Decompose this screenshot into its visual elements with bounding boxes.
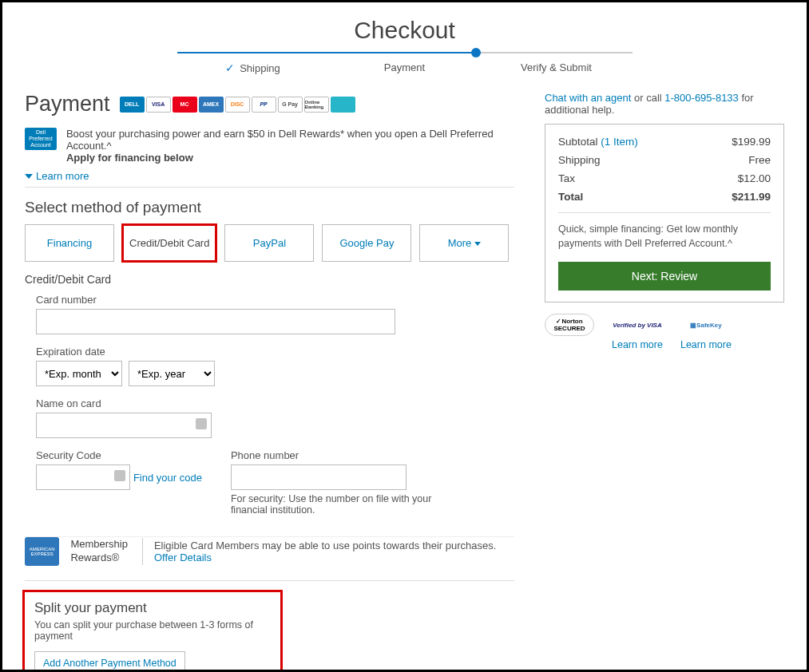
visa-icon: VISA: [146, 97, 171, 113]
exp-year-select[interactable]: *Exp. year: [129, 361, 215, 386]
subtotal-label: Subtotal: [558, 136, 601, 148]
step-shipping[interactable]: ✓Shipping: [177, 52, 329, 74]
name-on-card-input[interactable]: [36, 413, 212, 438]
checkout-stepper: ✓Shipping Payment Verify & Submit: [25, 52, 784, 74]
financing-promo: Boost your purchasing power and earn $50…: [66, 128, 514, 164]
page-title: Checkout: [25, 17, 784, 44]
find-your-code-link[interactable]: Find your code: [133, 472, 202, 484]
mastercard-icon: MC: [173, 97, 197, 113]
online-banking-icon: Online Banking: [304, 97, 329, 113]
tab-google-pay[interactable]: Google Pay: [322, 224, 411, 262]
safekey-icon: ▦ SafeKey: [681, 314, 731, 336]
trust-badges: ✓Norton SECURED Verified by VISA Learn m…: [545, 314, 784, 350]
safekey-learn-more-link[interactable]: Learn more: [680, 339, 732, 350]
amex-icon: AMEX: [199, 97, 224, 113]
card-number-input[interactable]: [36, 309, 395, 334]
select-method-title: Select method of payment: [25, 199, 514, 216]
tax-label: Tax: [558, 172, 575, 184]
item-count-link[interactable]: (1 Item): [601, 136, 638, 148]
security-code-label: Security Code: [36, 449, 202, 461]
tab-paypal[interactable]: PayPal: [224, 224, 314, 262]
offer-details-link[interactable]: Offer Details: [154, 551, 212, 563]
next-review-button[interactable]: Next: Review: [558, 262, 771, 291]
accepted-cards: DELL VISA MC AMEX DISC PP G Pay Online B…: [120, 97, 355, 113]
add-payment-method-button[interactable]: Add Another Payment Method: [34, 651, 185, 672]
split-payment-desc: You can split your purchase between 1-3 …: [34, 619, 271, 642]
discover-icon: DISC: [225, 97, 250, 113]
subtotal-value: $199.99: [732, 136, 771, 148]
help-phone-link[interactable]: 1-800-695-8133: [664, 92, 739, 104]
learn-more-link[interactable]: Learn more: [25, 170, 89, 182]
help-text: Chat with an agent or call 1-800-695-813…: [545, 92, 784, 116]
shipping-value: Free: [748, 154, 771, 166]
split-payment-section: Split your payment You can split your pu…: [25, 592, 280, 672]
step-payment-label: Payment: [384, 61, 425, 73]
payment-method-tabs: Financing Credit/Debit Card PayPal Googl…: [25, 224, 514, 262]
google-pay-icon: G Pay: [278, 97, 303, 113]
phone-number-label: Phone number: [231, 449, 454, 461]
verified-by-visa-icon: Verified by VISA: [613, 314, 662, 336]
tab-financing[interactable]: Financing: [25, 224, 114, 262]
total-value: $211.99: [732, 191, 771, 203]
step-verify-label: Verify & Submit: [521, 61, 592, 73]
tab-credit-debit[interactable]: Credit/Debit Card: [122, 224, 216, 262]
financing-note: Quick, simple financing: Get low monthly…: [558, 212, 771, 251]
keyboard-icon: [114, 470, 125, 481]
shipping-label: Shipping: [558, 154, 601, 166]
amex-card-icon: AMERICAN EXPRESS: [25, 537, 59, 566]
card-number-label: Card number: [36, 294, 514, 306]
dpa-badge-icon: Dell Preferred Account: [25, 128, 57, 150]
membership-rewards-text: Eligible Card Members may be able to use…: [154, 540, 514, 563]
chat-agent-link[interactable]: Chat with an agent: [545, 92, 631, 104]
exp-month-select[interactable]: *Exp. month: [36, 361, 122, 386]
expiration-label: Expiration date: [36, 346, 514, 358]
step-dot-icon: [471, 48, 481, 57]
visa-learn-more-link[interactable]: Learn more: [612, 339, 663, 350]
step-payment[interactable]: Payment: [329, 52, 481, 74]
check-icon: ✓: [225, 61, 235, 74]
tab-more[interactable]: More: [419, 224, 509, 262]
paypal-icon: PP: [252, 97, 276, 113]
divider: [25, 187, 514, 188]
keyboard-icon: [196, 418, 207, 429]
step-verify[interactable]: Verify & Submit: [481, 52, 633, 74]
name-on-card-label: Name on card: [36, 397, 514, 409]
divider: [25, 580, 514, 581]
phone-hint: For security: Use the number on file wit…: [231, 493, 454, 516]
caret-down-icon: [25, 174, 33, 179]
norton-secured-icon: ✓Norton SECURED: [545, 314, 594, 336]
dell-card-icon: DELL: [120, 97, 145, 113]
order-summary: Subtotal (1 Item) $199.99 Shipping Free …: [545, 124, 784, 302]
split-payment-title: Split your payment: [34, 600, 271, 616]
membership-rewards-label: MembershipRewards®: [70, 538, 143, 565]
misc-card-icon: [331, 97, 355, 113]
payment-heading: Payment: [25, 92, 110, 117]
tax-value: $12.00: [738, 172, 771, 184]
phone-number-input[interactable]: [231, 464, 406, 490]
total-label: Total: [558, 191, 583, 203]
cc-section-title: Credit/Debit Card: [25, 273, 514, 286]
step-shipping-label: Shipping: [240, 62, 280, 74]
